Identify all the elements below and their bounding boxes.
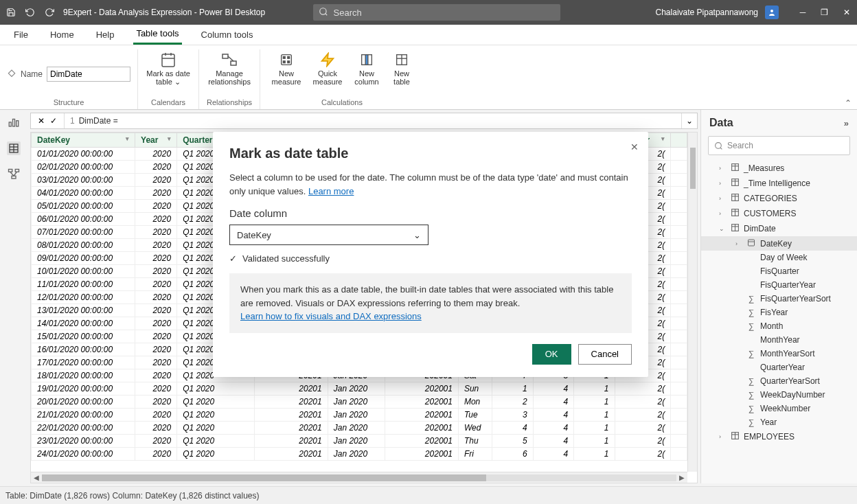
- cell[interactable]: 2020: [135, 265, 177, 278]
- cell[interactable]: Q1 2020: [177, 448, 255, 461]
- formula-expand-icon[interactable]: ⌄: [681, 113, 697, 128]
- save-icon[interactable]: [5, 7, 16, 18]
- learn-more-link[interactable]: Learn more: [308, 186, 354, 196]
- cell[interactable]: 2(: [615, 448, 671, 461]
- cell[interactable]: 2020: [135, 435, 177, 448]
- cell[interactable]: 2020: [135, 278, 177, 291]
- cell[interactable]: 16/01/2020 00:00:00: [32, 343, 135, 356]
- cell[interactable]: 13/01/2020 00:00:00: [32, 304, 135, 317]
- cell[interactable]: [671, 435, 687, 448]
- cell[interactable]: 20/01/2020 00:00:00: [32, 396, 135, 409]
- cell[interactable]: 2: [492, 396, 533, 409]
- cell[interactable]: 202001: [385, 435, 458, 448]
- cell[interactable]: Jan 2020: [328, 409, 385, 422]
- new-measure-button[interactable]: New measure: [267, 50, 306, 98]
- cancel-button[interactable]: Cancel: [578, 344, 632, 365]
- cell[interactable]: 2020: [135, 200, 177, 213]
- cell[interactable]: 08/01/2020 00:00:00: [32, 239, 135, 252]
- cell[interactable]: 20201: [254, 409, 328, 422]
- cell[interactable]: 2020: [135, 422, 177, 435]
- field-fisquarter[interactable]: FisQuarter: [701, 264, 857, 278]
- cell[interactable]: Fri: [458, 448, 492, 461]
- field-month[interactable]: ∑Month: [701, 319, 857, 333]
- table-node-_time intelligence[interactable]: ›_Time Intelligence: [701, 176, 857, 191]
- tab-table-tools[interactable]: Table tools: [133, 24, 181, 45]
- cell[interactable]: 1: [574, 382, 615, 396]
- cell[interactable]: [671, 448, 687, 461]
- cell[interactable]: 202001: [385, 422, 458, 435]
- cell[interactable]: 2020: [135, 330, 177, 343]
- cell[interactable]: 2020: [135, 213, 177, 226]
- undo-icon[interactable]: [25, 7, 36, 18]
- cell[interactable]: 202001: [385, 448, 458, 461]
- cell[interactable]: 5: [492, 435, 533, 448]
- cell[interactable]: [671, 200, 687, 213]
- cell[interactable]: 18/01/2020 00:00:00: [32, 369, 135, 382]
- data-pane-expand-icon[interactable]: »: [844, 118, 849, 128]
- cell[interactable]: 2020: [135, 148, 177, 161]
- tab-home[interactable]: Home: [47, 24, 77, 45]
- scroll-right-icon[interactable]: ▶: [676, 474, 687, 481]
- table-row[interactable]: 20/01/2020 00:00:002020Q1 202020201Jan 2…: [32, 396, 687, 409]
- cell[interactable]: Jan 2020: [328, 422, 385, 435]
- learn-how-link[interactable]: Learn how to fix visuals and DAX express…: [240, 311, 422, 321]
- cell[interactable]: [671, 213, 687, 226]
- cell[interactable]: Thu: [458, 435, 492, 448]
- field-day-of-week[interactable]: Day of Week: [701, 251, 857, 264]
- cell[interactable]: 04/01/2020 00:00:00: [32, 187, 135, 200]
- new-column-button[interactable]: New column: [350, 50, 384, 98]
- column-header[interactable]: Year▾: [135, 133, 177, 148]
- formula-bar[interactable]: ✕ ✓ 1DimDate = ⌄: [30, 113, 698, 129]
- cell[interactable]: 1: [574, 422, 615, 435]
- cell[interactable]: [671, 187, 687, 200]
- table-node-employees[interactable]: ›EMPLOYEES: [701, 429, 857, 444]
- cell[interactable]: 2020: [135, 382, 177, 396]
- cell[interactable]: 4: [533, 396, 573, 409]
- model-view-icon[interactable]: [7, 168, 21, 181]
- quick-measure-button[interactable]: Quick measure: [308, 50, 347, 98]
- cell[interactable]: [671, 174, 687, 187]
- cell[interactable]: [671, 422, 687, 435]
- cell[interactable]: 2020: [135, 369, 177, 382]
- field-monthyear[interactable]: MonthYear: [701, 333, 857, 347]
- cell[interactable]: 2020: [135, 317, 177, 330]
- mark-as-date-table-button[interactable]: Mark as date table ⌄: [145, 50, 192, 98]
- cell[interactable]: 2020: [135, 304, 177, 317]
- cell[interactable]: 2020: [135, 343, 177, 356]
- dialog-close-icon[interactable]: ✕: [630, 141, 639, 152]
- table-node-dimdate[interactable]: ⌄DimDate: [701, 221, 857, 236]
- cell[interactable]: 12/01/2020 00:00:00: [32, 291, 135, 304]
- cell[interactable]: 02/01/2020 00:00:00: [32, 161, 135, 174]
- close-icon[interactable]: ✕: [842, 8, 852, 17]
- data-view-icon[interactable]: [7, 141, 21, 155]
- cell[interactable]: [671, 265, 687, 278]
- tab-help[interactable]: Help: [93, 24, 117, 45]
- cell[interactable]: Jan 2020: [328, 448, 385, 461]
- cell[interactable]: 1: [574, 409, 615, 422]
- table-row[interactable]: 24/01/2020 00:00:002020Q1 202020201Jan 2…: [32, 448, 687, 461]
- cell[interactable]: 2020: [135, 409, 177, 422]
- cell[interactable]: [671, 382, 687, 396]
- cell[interactable]: 11/01/2020 00:00:00: [32, 278, 135, 291]
- cell[interactable]: 15/01/2020 00:00:00: [32, 330, 135, 343]
- cell[interactable]: 06/01/2020 00:00:00: [32, 213, 135, 226]
- cell[interactable]: 2020: [135, 239, 177, 252]
- cell[interactable]: 20201: [254, 422, 328, 435]
- cell[interactable]: 20201: [254, 396, 328, 409]
- cell[interactable]: 2020: [135, 252, 177, 265]
- cell[interactable]: 2(: [615, 382, 671, 396]
- tab-file[interactable]: File: [11, 24, 31, 45]
- cell[interactable]: [671, 343, 687, 356]
- horizontal-scrollbar[interactable]: ◀ ▶: [31, 472, 687, 483]
- ok-button[interactable]: OK: [532, 344, 571, 365]
- cell[interactable]: Q1 2020: [177, 409, 255, 422]
- cell[interactable]: 03/01/2020 00:00:00: [32, 174, 135, 187]
- cell[interactable]: 2(: [615, 409, 671, 422]
- cell[interactable]: Wed: [458, 422, 492, 435]
- table-row[interactable]: 21/01/2020 00:00:002020Q1 202020201Jan 2…: [32, 409, 687, 422]
- cell[interactable]: 202001: [385, 396, 458, 409]
- fields-search-input[interactable]: Search: [708, 136, 850, 155]
- cell[interactable]: [671, 356, 687, 369]
- cell[interactable]: 4: [533, 382, 573, 396]
- table-node-categories[interactable]: ›CATEGORIES: [701, 191, 857, 206]
